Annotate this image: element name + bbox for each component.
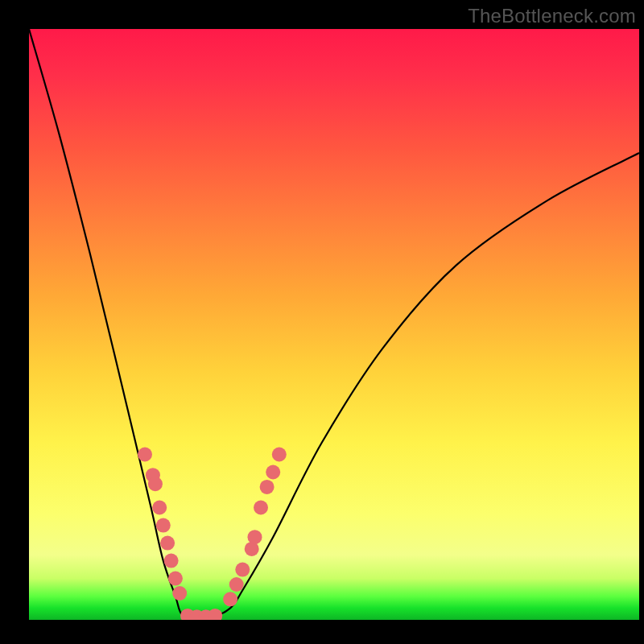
curve-marker xyxy=(164,554,179,568)
plot-area xyxy=(29,29,639,620)
curve-marker xyxy=(229,577,244,592)
curve-marker xyxy=(260,480,275,494)
curve-marker xyxy=(266,465,280,480)
chart-svg xyxy=(29,29,639,620)
curve-marker xyxy=(272,448,287,462)
curve-marker xyxy=(248,530,262,544)
curve-marker xyxy=(148,477,163,491)
curve-marker xyxy=(208,609,222,620)
curve-marker xyxy=(172,586,187,601)
curve-marker xyxy=(160,536,175,551)
chart-frame: TheBottleneck.com xyxy=(0,0,644,644)
curve-marker xyxy=(138,448,152,462)
watermark-text: TheBottleneck.com xyxy=(468,5,636,27)
curve-marker xyxy=(235,563,250,577)
curve-marker xyxy=(223,592,237,606)
curve-point-markers xyxy=(138,448,287,621)
bottleneck-curve xyxy=(29,29,639,617)
curve-marker xyxy=(156,518,171,533)
curve-marker xyxy=(168,572,183,586)
curve-marker xyxy=(152,501,167,515)
curve-marker xyxy=(254,501,268,515)
